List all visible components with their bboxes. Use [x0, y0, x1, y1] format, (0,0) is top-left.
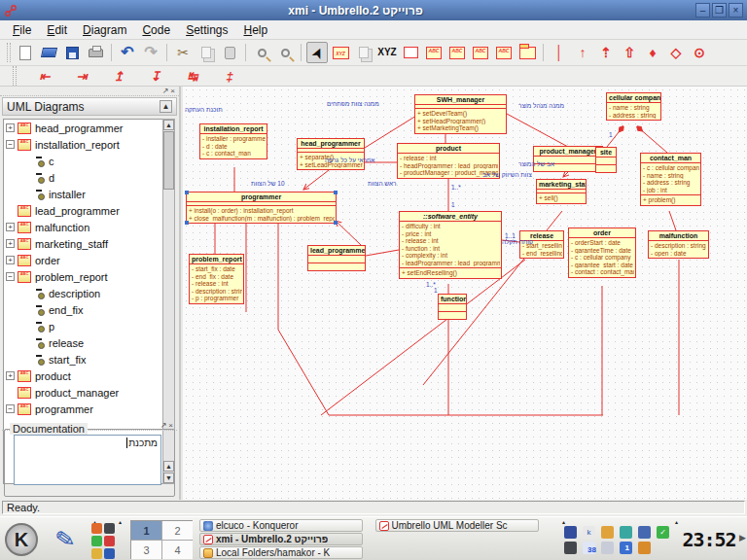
tree-item-installer[interactable]: installer: [4, 186, 165, 202]
uni-association-button[interactable]: ↑: [572, 42, 593, 63]
align-left-button[interactable]: ⇤: [34, 65, 55, 87]
print-button[interactable]: [85, 42, 106, 63]
open-button[interactable]: [38, 42, 59, 63]
tea-timer-tray-icon[interactable]: [638, 542, 651, 554]
tree-item-lead_programmer[interactable]: ABClead_programmer: [4, 202, 165, 219]
class-software_entity[interactable]: ::software_entity- difficulty : int- pri…: [399, 211, 502, 279]
association-line[interactable]: [507, 114, 568, 147]
association-line[interactable]: [321, 260, 525, 415]
association-line[interactable]: [366, 250, 399, 256]
package-applet-icon[interactable]: [91, 536, 102, 546]
tree-item-product[interactable]: +ABCproduct: [4, 368, 165, 384]
restore-button[interactable]: ❐: [712, 3, 727, 18]
copy-button[interactable]: [196, 42, 217, 63]
menu-help[interactable]: Help: [237, 21, 275, 39]
tree-item-c[interactable]: c: [4, 153, 165, 169]
tree-item-malfunction[interactable]: +ABCmalfunction: [4, 219, 165, 235]
aggregation-button[interactable]: ◇: [665, 42, 687, 63]
align-vcenter-button[interactable]: ‡: [219, 65, 240, 87]
desktop-applet-icon[interactable]: [104, 523, 115, 534]
class-function[interactable]: function: [438, 294, 467, 320]
objects-button[interactable]: [353, 42, 374, 63]
tree-item-installation_report[interactable]: −ABCinstallation_report: [4, 136, 165, 153]
expand-icon[interactable]: +: [6, 239, 15, 248]
expand-icon[interactable]: +: [6, 223, 15, 231]
dock-float-icon[interactable]: ↗: [162, 88, 169, 95]
class-problem_report[interactable]: problem_report- start_fix : date- end_fi…: [189, 254, 244, 304]
dock-close-icon[interactable]: ×: [170, 88, 175, 95]
menu-edit[interactable]: Edit: [40, 21, 74, 39]
minimize-button[interactable]: –: [695, 3, 710, 18]
undo-button[interactable]: ↶: [117, 42, 138, 63]
home-applet-icon[interactable]: [91, 523, 102, 534]
klipper-tray-icon[interactable]: k: [583, 526, 595, 539]
text-xyz-button[interactable]: XYZ: [376, 42, 398, 63]
collapse-icon[interactable]: −: [6, 404, 15, 413]
organizer-tray-icon[interactable]: 38: [583, 542, 595, 554]
expand-icon[interactable]: +: [6, 123, 15, 132]
select-arrow-button[interactable]: ➤: [306, 42, 328, 63]
toolbar-handle-2[interactable]: [13, 66, 17, 86]
kmenu-button[interactable]: K: [1, 519, 42, 559]
diagram-canvas[interactable]: SWH_manager+ setDevelTeam()+ setHeadProg…: [183, 87, 747, 500]
class-malfunction[interactable]: malfunction- description : string- open …: [648, 230, 709, 259]
tree-item-product_manager[interactable]: ABCproduct_manager: [4, 384, 165, 401]
paste-button[interactable]: [219, 42, 240, 63]
selection-handle[interactable]: [185, 191, 189, 194]
selection-handle[interactable]: [334, 191, 338, 194]
class-product_manager[interactable]: product_manager: [533, 146, 603, 172]
tree-item-end_fix[interactable]: end_fix: [4, 301, 165, 318]
align-right-button[interactable]: ⇥: [71, 65, 92, 87]
panel-clock[interactable]: 23:52: [681, 521, 737, 558]
expand-icon[interactable]: +: [6, 256, 15, 264]
collapse-icon[interactable]: −: [6, 140, 15, 149]
class-b-button[interactable]: ABC: [446, 42, 468, 63]
class-contact_man[interactable]: contact_man- c : cellular company- name …: [640, 153, 701, 206]
tree-item-problem_report[interactable]: −ABCproblem_report: [4, 268, 165, 285]
keyboard-layout-tray-icon[interactable]: [564, 526, 577, 539]
cut-button[interactable]: ✂: [172, 42, 194, 63]
knotes-button[interactable]: ✎: [45, 519, 86, 559]
class-lead_programmer[interactable]: lead_programmer: [307, 245, 366, 271]
tree-item-start_fix[interactable]: start_fix: [4, 351, 165, 368]
class-marketing_staff[interactable]: marketing_staff+ sell(): [536, 179, 587, 204]
security-check-tray-icon[interactable]: ✓: [657, 526, 669, 539]
selection-handle[interactable]: [334, 221, 338, 225]
class-cellular_company[interactable]: cellular company- name : string- address…: [606, 92, 661, 121]
volume-tray-icon[interactable]: [601, 526, 614, 539]
zoom-out-button[interactable]: [274, 42, 296, 63]
selection-handle[interactable]: [185, 221, 189, 225]
rect-button[interactable]: [400, 42, 421, 63]
tree-item-p[interactable]: p: [4, 318, 165, 334]
desktop-share-tray-icon[interactable]: 1: [620, 542, 632, 554]
zoom-in-button[interactable]: [251, 42, 272, 63]
close-button[interactable]: ×: [729, 3, 743, 18]
tree-item-head_programmer[interactable]: +ABChead_programmer: [4, 120, 165, 136]
menu-settings[interactable]: Settings: [179, 21, 234, 39]
class-a-button[interactable]: ABC: [423, 42, 445, 63]
save-button[interactable]: [61, 42, 83, 63]
remote-desktop-tray-icon[interactable]: [638, 526, 651, 539]
toolbar-handle[interactable]: [7, 43, 11, 62]
pager-desktop-1[interactable]: 1: [131, 521, 161, 540]
documentation-input[interactable]: מתכנת: [14, 435, 161, 485]
dependency-button[interactable]: ⇡: [595, 42, 617, 63]
taskbar-task[interactable]: Umbrello UML Modeller Sc: [375, 519, 539, 532]
taskbar-task[interactable]: xmi - Umbrello.2 פרוייקט: [199, 533, 363, 545]
messenger-tray-icon[interactable]: [620, 526, 632, 539]
redo-button[interactable]: ↷: [140, 42, 161, 63]
pager-desktop-2[interactable]: 2: [162, 521, 193, 540]
help-lifering-applet-icon[interactable]: [104, 536, 115, 546]
download-applet-icon[interactable]: [91, 548, 102, 559]
window-titlebar[interactable]: xmi - Umbrello.2 פרוייקט – ❐ ×: [0, 0, 747, 20]
menu-code[interactable]: Code: [135, 21, 177, 39]
collapse-icon[interactable]: −: [6, 272, 15, 281]
association-line[interactable]: [303, 170, 329, 190]
association-line[interactable]: [563, 172, 568, 177]
association-line[interactable]: [336, 221, 361, 245]
tree-item-marketing_staff[interactable]: +ABCmarketing_staff: [4, 235, 165, 252]
class-c-button[interactable]: ABC: [470, 42, 491, 63]
object-xyz-button[interactable]: XYZ: [330, 42, 351, 63]
menu-diagram[interactable]: Diagram: [76, 21, 133, 39]
tree-collapse-button[interactable]: ▲: [160, 100, 172, 113]
